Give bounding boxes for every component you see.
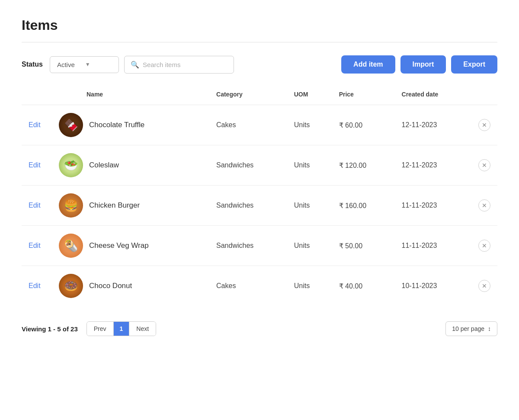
col-header-name: Name bbox=[52, 87, 209, 105]
item-name: Coleslaw bbox=[89, 161, 119, 170]
prev-page-button[interactable]: Prev bbox=[87, 322, 114, 336]
edit-link[interactable]: Edit bbox=[29, 282, 41, 289]
add-item-button[interactable]: Add item bbox=[341, 55, 395, 74]
delete-cell: ✕ bbox=[471, 186, 497, 226]
price-cell: ₹ 40.00 bbox=[332, 266, 395, 306]
status-dropdown[interactable]: Active ▼ bbox=[50, 56, 119, 73]
edit-cell: Edit bbox=[22, 105, 52, 145]
search-placeholder: Search items bbox=[143, 61, 181, 68]
edit-link[interactable]: Edit bbox=[29, 121, 41, 128]
name-cell: 🍫 Chocolate Truffle bbox=[52, 105, 209, 145]
created-date-cell: 12-11-2023 bbox=[395, 145, 471, 186]
item-name: Cheese Veg Wrap bbox=[89, 241, 149, 250]
food-icon: 🥗 bbox=[64, 159, 78, 172]
name-cell: 🍔 Chicken Burger bbox=[52, 186, 209, 226]
name-cell: 🌯 Cheese Veg Wrap bbox=[52, 226, 209, 266]
col-header-category: Category bbox=[209, 87, 287, 105]
name-cell: 🍩 Choco Donut bbox=[52, 266, 209, 306]
per-page-label: 10 per page bbox=[452, 325, 484, 332]
item-image: 🍔 bbox=[59, 193, 83, 218]
delete-button[interactable]: ✕ bbox=[478, 280, 490, 292]
table-row: Edit 🌯 Cheese Veg Wrap Sandwiches Units … bbox=[22, 226, 497, 266]
category-cell: Cakes bbox=[209, 266, 287, 306]
food-icon: 🍔 bbox=[64, 199, 78, 212]
col-header-edit bbox=[22, 87, 52, 105]
page-navigation: Prev 1 Next bbox=[86, 321, 156, 336]
item-image: 🍩 bbox=[59, 274, 83, 298]
delete-cell: ✕ bbox=[471, 145, 497, 186]
per-page-dropdown[interactable]: 10 per page ↕ bbox=[445, 321, 497, 336]
edit-cell: Edit bbox=[22, 186, 52, 226]
category-cell: Sandwiches bbox=[209, 145, 287, 186]
status-value: Active bbox=[57, 61, 75, 68]
uom-cell: Units bbox=[287, 186, 332, 226]
item-image: 🍫 bbox=[59, 113, 83, 137]
toolbar: Status Active ▼ 🔍 Search items Add item … bbox=[22, 55, 497, 74]
price-cell: ₹ 60.00 bbox=[332, 105, 395, 145]
item-name: Chicken Burger bbox=[89, 201, 140, 210]
edit-link[interactable]: Edit bbox=[29, 202, 41, 209]
col-header-uom: UOM bbox=[287, 87, 332, 105]
item-name: Choco Donut bbox=[89, 282, 132, 290]
delete-button[interactable]: ✕ bbox=[478, 159, 490, 171]
edit-link[interactable]: Edit bbox=[29, 242, 41, 249]
category-cell: Sandwiches bbox=[209, 186, 287, 226]
created-date-cell: 11-11-2023 bbox=[395, 226, 471, 266]
uom-cell: Units bbox=[287, 105, 332, 145]
delete-cell: ✕ bbox=[471, 266, 497, 306]
search-box[interactable]: 🔍 Search items bbox=[124, 56, 234, 74]
price-cell: ₹ 50.00 bbox=[332, 226, 395, 266]
price-cell: ₹ 160.00 bbox=[332, 186, 395, 226]
next-page-button[interactable]: Next bbox=[129, 322, 156, 336]
delete-button[interactable]: ✕ bbox=[478, 119, 490, 131]
edit-cell: Edit bbox=[22, 266, 52, 306]
food-icon: 🍫 bbox=[64, 119, 78, 132]
import-button[interactable]: Import bbox=[400, 55, 446, 74]
current-page-number: 1 bbox=[114, 322, 129, 336]
created-date-cell: 11-11-2023 bbox=[395, 186, 471, 226]
name-cell: 🥗 Coleslaw bbox=[52, 145, 209, 186]
delete-button[interactable]: ✕ bbox=[478, 240, 490, 252]
table-row: Edit 🥗 Coleslaw Sandwiches Units ₹ 120.0… bbox=[22, 145, 497, 186]
col-header-created-date: Created date bbox=[395, 87, 471, 105]
edit-cell: Edit bbox=[22, 145, 52, 186]
delete-button[interactable]: ✕ bbox=[478, 199, 490, 212]
header-divider bbox=[22, 42, 497, 42]
page-title: Items bbox=[22, 17, 497, 33]
table-row: Edit 🍫 Chocolate Truffle Cakes Units ₹ 6… bbox=[22, 105, 497, 145]
delete-cell: ✕ bbox=[471, 226, 497, 266]
uom-cell: Units bbox=[287, 145, 332, 186]
delete-cell: ✕ bbox=[471, 105, 497, 145]
viewing-text: Viewing 1 - 5 of 23 bbox=[22, 325, 78, 333]
uom-cell: Units bbox=[287, 226, 332, 266]
col-header-price: Price bbox=[332, 87, 395, 105]
table-header-row: Name Category UOM Price Created date bbox=[22, 87, 497, 105]
created-date-cell: 12-11-2023 bbox=[395, 105, 471, 145]
category-cell: Cakes bbox=[209, 105, 287, 145]
table-row: Edit 🍩 Choco Donut Cakes Units ₹ 40.00 1… bbox=[22, 266, 497, 306]
created-date-cell: 10-11-2023 bbox=[395, 266, 471, 306]
chevron-down-icon: ▼ bbox=[85, 61, 90, 67]
uom-cell: Units bbox=[287, 266, 332, 306]
chevron-up-down-icon: ↕ bbox=[488, 325, 491, 332]
edit-cell: Edit bbox=[22, 226, 52, 266]
items-table: Name Category UOM Price Created date Edi… bbox=[22, 87, 497, 306]
search-icon: 🔍 bbox=[131, 61, 139, 69]
table-row: Edit 🍔 Chicken Burger Sandwiches Units ₹… bbox=[22, 186, 497, 226]
item-image: 🥗 bbox=[59, 153, 83, 177]
export-button[interactable]: Export bbox=[451, 55, 497, 74]
price-cell: ₹ 120.00 bbox=[332, 145, 395, 186]
item-name: Chocolate Truffle bbox=[89, 121, 144, 129]
item-image: 🌯 bbox=[59, 234, 83, 258]
edit-link[interactable]: Edit bbox=[29, 161, 41, 169]
category-cell: Sandwiches bbox=[209, 226, 287, 266]
col-header-delete bbox=[471, 87, 497, 105]
food-icon: 🌯 bbox=[64, 239, 78, 253]
pagination-bar: Viewing 1 - 5 of 23 Prev 1 Next 10 per p… bbox=[22, 321, 497, 336]
status-label: Status bbox=[22, 61, 43, 68]
food-icon: 🍩 bbox=[64, 279, 78, 293]
